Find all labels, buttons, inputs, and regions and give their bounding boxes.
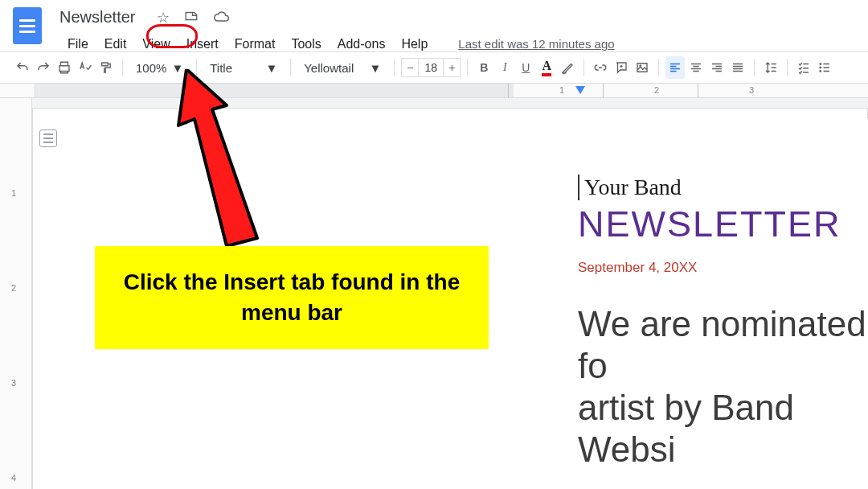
zoom-select[interactable]: 100% ▼ [129, 56, 190, 79]
toolbar-separator [583, 59, 584, 76]
toolbar-separator [290, 59, 291, 76]
band-name-text[interactable]: Your Band [578, 175, 868, 200]
svg-point-0 [640, 65, 641, 67]
menu-view[interactable]: View [134, 34, 178, 55]
ruler-mark: 1 [559, 85, 564, 95]
underline-button[interactable]: U [516, 56, 535, 79]
title-bar: Newsletter ☆ File Edit View Insert Forma… [0, 0, 868, 51]
toolbar-separator [658, 59, 659, 76]
svg-point-2 [820, 67, 821, 68]
paragraph-style-select[interactable]: Title ▼ [203, 56, 284, 79]
ruler-mark: 2 [654, 85, 659, 95]
vertical-ruler[interactable]: 1 2 3 4 [0, 98, 32, 489]
chevron-down-icon: ▼ [171, 61, 183, 75]
spellcheck-button[interactable] [76, 56, 95, 79]
docs-logo[interactable] [8, 6, 47, 45]
toolbar-separator [122, 59, 123, 76]
svg-point-3 [820, 70, 821, 72]
paragraph-style-value: Title [210, 61, 232, 75]
align-right-button[interactable] [707, 56, 727, 79]
annotation-callout: Click the Insert tab found in the menu b… [95, 246, 489, 349]
document-outline-icon[interactable] [39, 129, 57, 147]
headline-line2: artist by Band Websi [578, 388, 794, 469]
newsletter-heading[interactable]: NEWSLETTER [578, 203, 868, 245]
font-value: Yellowtail [304, 61, 354, 75]
star-icon[interactable]: ☆ [157, 9, 170, 29]
menu-file[interactable]: File [59, 34, 96, 55]
line-spacing-button[interactable] [761, 56, 780, 79]
decrease-font-size-button[interactable]: − [401, 58, 419, 77]
ruler-mark: 3 [749, 85, 754, 95]
toolbar: 100% ▼ Title ▼ Yellowtail ▼ − 18 + B I U… [0, 51, 868, 84]
margin-marker-icon[interactable] [575, 86, 585, 94]
headline-line1: We are nominated fo [578, 304, 866, 385]
headline-text[interactable]: We are nominated fo artist by Band Websi [578, 303, 868, 471]
bulleted-list-button[interactable] [815, 56, 834, 79]
document-content[interactable]: Your Band NEWSLETTER September 4, 20XX W… [514, 118, 868, 489]
font-size-stepper: − 18 + [401, 58, 461, 77]
insert-comment-button[interactable] [612, 56, 631, 79]
italic-button[interactable]: I [495, 56, 514, 79]
menu-tools[interactable]: Tools [283, 34, 329, 55]
cloud-saved-icon[interactable] [213, 9, 229, 29]
menu-bar: File Edit View Insert Format Tools Add-o… [59, 34, 623, 55]
last-edit-link[interactable]: Last edit was 12 minutes ago [450, 34, 622, 55]
toolbar-separator [394, 59, 395, 76]
toolbar-separator [787, 59, 788, 76]
text-color-button[interactable]: A [537, 56, 556, 79]
align-left-button[interactable] [665, 56, 685, 79]
font-select[interactable]: Yellowtail ▼ [297, 56, 387, 79]
bold-button[interactable]: B [474, 56, 493, 79]
newsletter-date[interactable]: September 4, 20XX [578, 260, 868, 276]
menu-insert[interactable]: Insert [178, 34, 227, 55]
svg-point-1 [820, 63, 821, 64]
print-button[interactable] [55, 56, 74, 79]
docs-logo-icon [13, 7, 42, 44]
checklist-button[interactable] [794, 56, 813, 79]
menu-edit[interactable]: Edit [96, 34, 135, 55]
menu-format[interactable]: Format [227, 34, 284, 55]
insert-image-button[interactable] [633, 56, 652, 79]
ruler-mark: 2 [11, 283, 16, 293]
toolbar-separator [196, 59, 197, 76]
ruler-mark: 4 [11, 473, 16, 483]
toolbar-separator [467, 59, 468, 76]
document-title[interactable]: Newsletter [59, 8, 146, 27]
insert-link-button[interactable] [591, 56, 610, 79]
redo-button[interactable] [34, 56, 53, 79]
ruler-mark: 3 [11, 378, 16, 388]
highlight-button[interactable] [558, 56, 577, 79]
increase-font-size-button[interactable]: + [443, 58, 461, 77]
undo-button[interactable] [13, 56, 32, 79]
zoom-value: 100% [136, 61, 166, 75]
align-justify-button[interactable] [728, 56, 747, 79]
chevron-down-icon: ▼ [265, 61, 277, 75]
menu-help[interactable]: Help [393, 34, 436, 55]
ruler-mark: 1 [11, 188, 16, 198]
menu-addons[interactable]: Add-ons [330, 34, 394, 55]
chevron-down-icon: ▼ [369, 61, 381, 75]
horizontal-ruler[interactable]: 1 2 3 [0, 84, 868, 98]
toolbar-separator [754, 59, 755, 76]
align-center-button[interactable] [686, 56, 706, 79]
paint-format-button[interactable] [96, 56, 116, 79]
font-size-value[interactable]: 18 [419, 58, 443, 77]
move-icon[interactable] [184, 9, 199, 29]
